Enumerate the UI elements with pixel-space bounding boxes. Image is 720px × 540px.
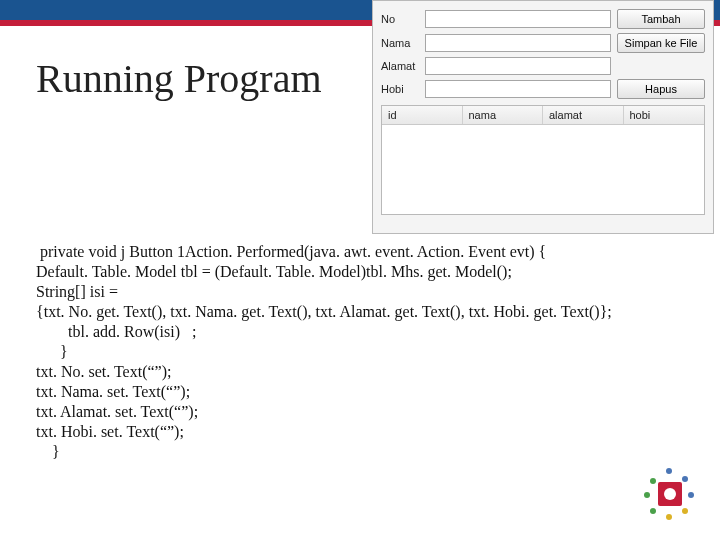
input-alamat[interactable] — [425, 57, 611, 75]
input-nama[interactable] — [425, 34, 611, 52]
form-panel: No Tambah Nama Simpan ke File Alamat Hob… — [373, 1, 713, 105]
code-line: txt. Hobi. set. Text(“”); — [36, 422, 700, 442]
simpan-button[interactable]: Simpan ke File — [617, 33, 705, 53]
label-no: No — [381, 13, 419, 25]
col-alamat: alamat — [543, 106, 624, 124]
col-nama: nama — [463, 106, 544, 124]
label-nama: Nama — [381, 37, 419, 49]
label-hobi: Hobi — [381, 83, 419, 95]
app-window: No Tambah Nama Simpan ke File Alamat Hob… — [372, 0, 714, 234]
col-id: id — [382, 106, 463, 124]
table-header: id nama alamat hobi — [382, 106, 704, 125]
code-line: txt. No. set. Text(“”); — [36, 362, 700, 382]
code-line: } — [36, 342, 700, 362]
code-line: private void j Button 1Action. Performed… — [36, 242, 700, 262]
university-logo — [642, 466, 698, 522]
data-table: id nama alamat hobi — [381, 105, 705, 215]
hapus-button[interactable]: Hapus — [617, 79, 705, 99]
label-alamat: Alamat — [381, 60, 419, 72]
col-hobi: hobi — [624, 106, 705, 124]
code-line: Default. Table. Model tbl = (Default. Ta… — [36, 262, 700, 282]
logo-center-icon — [658, 482, 682, 506]
input-no[interactable] — [425, 10, 611, 28]
code-line: tbl. add. Row(isi) ; — [36, 322, 700, 342]
code-line: {txt. No. get. Text(), txt. Nama. get. T… — [36, 302, 700, 322]
code-line: txt. Nama. set. Text(“”); — [36, 382, 700, 402]
code-block: private void j Button 1Action. Performed… — [36, 242, 700, 462]
code-line: txt. Alamat. set. Text(“”); — [36, 402, 700, 422]
tambah-button[interactable]: Tambah — [617, 9, 705, 29]
input-hobi[interactable] — [425, 80, 611, 98]
code-line: } — [36, 442, 700, 462]
slide-title: Running Program — [36, 55, 322, 102]
code-line: String[] isi = — [36, 282, 700, 302]
